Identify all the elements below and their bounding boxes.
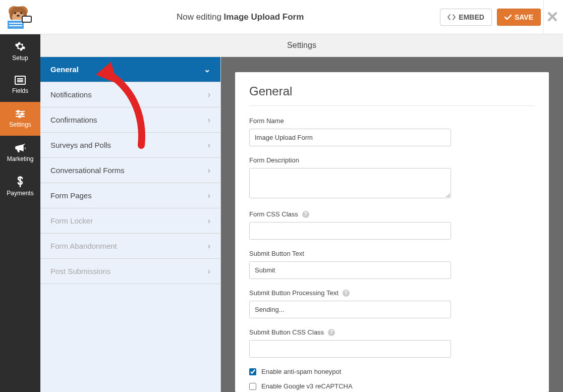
general-panel: General Form Name Form Description Form … — [235, 72, 549, 392]
submit-text-label: Submit Button Text — [249, 250, 535, 257]
embed-button[interactable]: EMBED — [440, 9, 492, 26]
svg-point-18 — [21, 113, 23, 115]
settings-item-confirmations[interactable]: Confirmations › — [40, 107, 220, 133]
svg-rect-7 — [7, 20, 24, 29]
settings-item-label: Conversational Forms — [50, 166, 125, 175]
main-sidebar: Setup Fields Settings Marketing Payments — [0, 34, 40, 392]
submit-css-label: Submit Button CSS Class? — [249, 328, 535, 336]
settings-item-postsubmissions[interactable]: Post Submissions › — [40, 259, 220, 284]
sidebar-label: Fields — [12, 87, 28, 94]
recaptcha-row: Enable Google v3 reCAPTCHA — [249, 382, 535, 390]
gear-icon — [15, 41, 26, 52]
sidebar-item-payments[interactable]: Payments — [0, 170, 40, 203]
chevron-right-icon: › — [208, 116, 210, 125]
settings-item-abandonment[interactable]: Form Abandonment › — [40, 234, 220, 259]
form-desc-label: Form Description — [249, 156, 535, 164]
svg-point-5 — [20, 12, 22, 14]
close-button[interactable] — [548, 12, 557, 23]
antispam-label: Enable anti-spam honeypot — [261, 368, 341, 375]
separator — [543, 0, 544, 34]
title-prefix: Now editing — [177, 12, 224, 22]
close-icon — [548, 12, 557, 21]
settings-item-label: General — [50, 65, 79, 74]
submit-text-input[interactable] — [249, 261, 451, 279]
bullhorn-icon — [15, 143, 26, 153]
form-css-label: Form CSS Class? — [249, 210, 535, 218]
antispam-checkbox[interactable] — [249, 368, 256, 375]
submit-css-input[interactable] — [249, 340, 451, 358]
chevron-down-icon: ⌄ — [204, 65, 210, 74]
form-css-group: Form CSS Class? — [249, 210, 535, 240]
settings-item-general[interactable]: General ⌄ — [40, 57, 220, 82]
sidebar-label: Payments — [7, 190, 33, 197]
chevron-right-icon: › — [208, 216, 210, 226]
settings-item-label: Post Submissions — [50, 267, 110, 275]
svg-point-6 — [17, 15, 20, 17]
check-icon — [504, 14, 512, 20]
code-icon — [447, 14, 456, 21]
chevron-right-icon: › — [208, 166, 210, 175]
settings-item-formpages[interactable]: Form Pages › — [40, 183, 220, 208]
settings-item-formlocker[interactable]: Form Locker › — [40, 208, 220, 234]
chevron-right-icon: › — [208, 191, 210, 200]
sidebar-item-fields[interactable]: Fields — [0, 68, 40, 102]
save-button[interactable]: SAVE — [497, 9, 541, 26]
recaptcha-checkbox[interactable] — [249, 383, 256, 390]
save-label: SAVE — [515, 13, 533, 21]
chevron-right-icon: › — [208, 267, 210, 276]
svg-point-4 — [14, 12, 16, 14]
app-logo — [0, 0, 40, 34]
settings-item-notifications[interactable]: Notifications › — [40, 82, 220, 107]
settings-item-label: Form Abandonment — [50, 242, 117, 250]
chevron-right-icon: › — [208, 141, 210, 150]
panel-heading: General — [249, 84, 535, 106]
submit-processing-input[interactable] — [249, 301, 451, 318]
help-icon[interactable]: ? — [343, 290, 350, 297]
sliders-icon — [15, 109, 26, 119]
topbar-actions: EMBED SAVE — [440, 9, 563, 26]
svg-point-16 — [17, 110, 19, 113]
svg-rect-10 — [22, 16, 31, 22]
list-icon — [15, 76, 26, 85]
dollar-icon — [16, 176, 24, 187]
settings-item-label: Confirmations — [50, 116, 97, 124]
help-icon[interactable]: ? — [328, 329, 335, 336]
form-desc-group: Form Description — [249, 156, 535, 200]
top-bar: Now editing Image Upload Form EMBED SAVE — [0, 0, 563, 34]
sidebar-label: Settings — [9, 121, 31, 128]
subheader: Settings — [40, 34, 563, 57]
submit-css-group: Submit Button CSS Class? — [249, 328, 535, 358]
settings-item-label: Notifications — [50, 90, 92, 99]
sidebar-label: Marketing — [7, 155, 34, 162]
help-icon[interactable]: ? — [302, 211, 309, 218]
chevron-right-icon: › — [208, 242, 210, 251]
canvas: General Form Name Form Description Form … — [221, 57, 563, 392]
embed-label: EMBED — [459, 13, 484, 21]
svg-point-20 — [19, 116, 21, 118]
sidebar-item-settings[interactable]: Settings — [0, 102, 40, 136]
settings-menu: General ⌄ Notifications › Confirmations … — [40, 57, 221, 392]
submit-processing-group: Submit Button Processing Text? — [249, 289, 535, 318]
recaptcha-label: Enable Google v3 reCAPTCHA — [261, 382, 353, 390]
settings-item-conversational[interactable]: Conversational Forms › — [40, 158, 220, 183]
form-name-label: Form Name — [249, 117, 535, 125]
form-name-input[interactable] — [249, 129, 451, 146]
sidebar-item-marketing[interactable]: Marketing — [0, 136, 40, 170]
submit-processing-label: Submit Button Processing Text? — [249, 289, 535, 297]
antispam-row: Enable anti-spam honeypot — [249, 368, 535, 375]
chevron-right-icon: › — [208, 90, 210, 99]
settings-item-label: Surveys and Polls — [50, 141, 111, 149]
form-desc-input[interactable] — [249, 168, 451, 198]
settings-item-label: Form Pages — [50, 191, 92, 200]
settings-item-label: Form Locker — [50, 216, 93, 225]
form-css-input[interactable] — [249, 222, 451, 240]
title-bar: Now editing Image Upload Form — [40, 12, 440, 22]
settings-item-surveys[interactable]: Surveys and Polls › — [40, 133, 220, 158]
sidebar-item-setup[interactable]: Setup — [0, 34, 40, 68]
submit-text-group: Submit Button Text — [249, 250, 535, 279]
form-title: Image Upload Form — [224, 12, 304, 22]
form-name-group: Form Name — [249, 117, 535, 146]
subheader-title: Settings — [287, 41, 316, 50]
sidebar-label: Setup — [12, 54, 28, 62]
